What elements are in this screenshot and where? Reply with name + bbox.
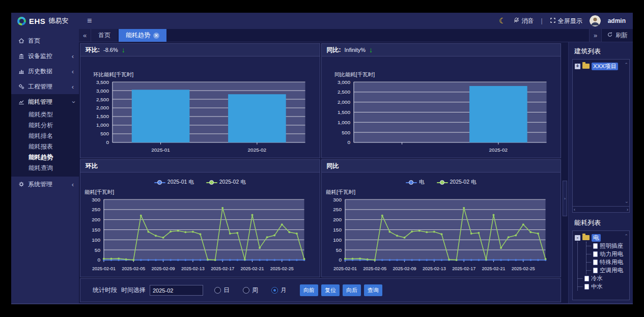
tree-item-空调用电[interactable]: 空调用电 <box>586 266 627 274</box>
username[interactable]: admin <box>608 17 626 24</box>
legend-item-2025-02 电[interactable]: 2025-02 电 <box>437 179 477 186</box>
svg-text:2025-02: 2025-02 <box>489 147 508 153</box>
scroll-up-icon[interactable]: › <box>624 234 629 236</box>
tree-item-照明插座[interactable]: 照明插座 <box>586 242 627 250</box>
svg-text:150: 150 <box>92 227 100 233</box>
control-buttons: 向前复位向后查询 <box>300 284 385 296</box>
tree-item-特殊用电[interactable]: 特殊用电 <box>586 258 627 266</box>
legend-item-2025-02 电[interactable]: 2025-02 电 <box>206 179 246 186</box>
mute-button[interactable]: 消音 <box>513 17 534 25</box>
refresh-button[interactable]: 刷新 <box>601 29 633 42</box>
sidebar-subitem-能耗报表[interactable]: 能耗报表 <box>11 141 79 152</box>
refresh-icon <box>607 32 613 39</box>
tab-close-icon[interactable]: ✕ <box>153 33 159 39</box>
legend-item-2025-01 电[interactable]: 2025-01 电 <box>154 179 194 186</box>
fullscreen-button[interactable]: 全屏显示 <box>550 17 582 25</box>
tongbi-line-title: 同比 <box>327 162 339 170</box>
button-复位[interactable]: 复位 <box>321 284 340 296</box>
building-tree-hscrollbar[interactable]: ‹ › <box>572 207 630 213</box>
time-select-input[interactable] <box>150 285 203 296</box>
file-icon <box>593 243 598 249</box>
scroll-right-icon[interactable]: › <box>627 207 628 212</box>
folder-icon <box>582 235 590 240</box>
legend-marker-icon <box>437 180 448 185</box>
svg-text:0: 0 <box>339 257 342 263</box>
tongbi-summary-value: Infinity% <box>345 47 366 53</box>
svg-text:2025-02-01: 2025-02-01 <box>92 266 116 271</box>
radio-circle-icon[interactable] <box>271 287 278 294</box>
panel-time-controls: 统计时段 时间选择 日周月 向前复位向后查询 <box>80 278 561 302</box>
svg-text:2025-02-09: 2025-02-09 <box>152 266 175 271</box>
energy-tree: › -电照明插座动力用电特殊用电空调用电冷水中水 <box>572 230 630 300</box>
tree-item-label: 特殊用电 <box>600 258 623 266</box>
tree-item-中水[interactable]: 中水 <box>578 282 627 291</box>
app-logo[interactable]: EHS 德易安 <box>11 13 79 29</box>
tabs: 首页能耗趋势✕ <box>91 29 167 42</box>
button-向前[interactable]: 向前 <box>300 284 318 296</box>
sidebar-subitem-能耗查询[interactable]: 能耗查询 <box>11 163 79 174</box>
tree-item-XXX项目[interactable]: +XXX项目 <box>575 62 627 70</box>
huanbi-bar-chart[interactable]: 05001,0001,5002,0002,5003,0003,500环比能耗[千… <box>80 56 320 158</box>
svg-text:0: 0 <box>347 139 350 145</box>
tree-item-冷水[interactable]: 冷水 <box>578 274 627 282</box>
svg-text:3,000: 3,000 <box>337 79 350 85</box>
svg-text:2025-02-05: 2025-02-05 <box>363 266 386 271</box>
button-向后[interactable]: 向后 <box>343 284 361 296</box>
trend-down-icon: ↓ <box>122 46 125 53</box>
svg-text:2025-02-21: 2025-02-21 <box>241 266 264 271</box>
sidebar-item-历史数据[interactable]: 历史数据‹ <box>11 64 79 79</box>
tongbi-line-chart[interactable]: 电2025-02 电050100150200250300能耗[千瓦时]2025-… <box>322 172 561 277</box>
sidebar-item-label: 工程管理 <box>28 82 52 91</box>
chart-legend: 电2025-02 电 <box>322 179 561 186</box>
svg-text:2025-02-17: 2025-02-17 <box>452 266 475 271</box>
logo-text-name: 德易安 <box>48 16 68 25</box>
legend-item-电[interactable]: 电 <box>406 179 425 186</box>
svg-text:2,000: 2,000 <box>337 99 350 105</box>
legend-marker-icon <box>406 180 417 185</box>
sidebar-item-工程管理[interactable]: 工程管理‹ <box>11 79 79 94</box>
svg-text:2,500: 2,500 <box>337 89 350 95</box>
theme-moon-icon[interactable]: ☾ <box>499 16 506 25</box>
tree-expand-icon[interactable]: + <box>575 64 580 69</box>
svg-text:能耗[千瓦时]: 能耗[千瓦时] <box>325 189 355 195</box>
radio-label: 月 <box>281 286 287 295</box>
tab-能耗趋势[interactable]: 能耗趋势✕ <box>119 29 166 42</box>
tab-首页[interactable]: 首页 <box>91 29 118 42</box>
tabs-scroll-left-icon[interactable]: « <box>79 29 91 42</box>
sidebar-item-系统管理[interactable]: 系统管理‹ <box>11 177 79 192</box>
legend-label: 2025-01 电 <box>167 179 194 186</box>
menu-toggle-icon[interactable]: ≡ <box>79 16 100 25</box>
sidebar-subitem-能耗排名[interactable]: 能耗排名 <box>11 131 79 141</box>
svg-text:2025-02-25: 2025-02-25 <box>270 266 294 271</box>
sidebar-subitem-能耗类型[interactable]: 能耗类型 <box>11 109 79 120</box>
system-management-icon <box>18 181 25 188</box>
sidebar-item-能耗管理[interactable]: 能耗管理‹ <box>11 94 79 109</box>
tree-collapse-icon[interactable]: - <box>575 235 580 241</box>
button-查询[interactable]: 查询 <box>364 284 382 296</box>
radio-circle-icon[interactable] <box>214 287 221 294</box>
sidebar-item-首页[interactable]: 首页 <box>11 33 79 48</box>
panel-collapse-handle[interactable]: › <box>563 181 567 216</box>
scroll-up-icon[interactable]: › <box>624 63 629 64</box>
tongbi-bar-chart[interactable]: 05001,0001,5002,0002,5003,000同比能耗[千瓦时]20… <box>322 56 561 158</box>
scroll-down-icon[interactable]: › <box>624 201 629 203</box>
tree-item-电[interactable]: -电 <box>575 234 627 242</box>
radio-周[interactable]: 周 <box>243 286 258 295</box>
huanbi-line-chart[interactable]: 2025-01 电2025-02 电050100150200250300能耗[千… <box>80 172 320 277</box>
building-tree: › › +XXX项目 <box>572 59 630 207</box>
scroll-left-icon[interactable]: ‹ <box>574 207 575 212</box>
sidebar-subitem-能耗趋势[interactable]: 能耗趋势 <box>11 152 79 163</box>
sidebar-subitem-能耗分析[interactable]: 能耗分析 <box>11 120 79 131</box>
radio-circle-icon[interactable] <box>243 287 249 294</box>
tabs-scroll-right-icon[interactable]: » <box>589 29 601 42</box>
svg-text:500: 500 <box>100 131 109 136</box>
trend-down-icon: ↓ <box>369 46 373 53</box>
svg-text:1,000: 1,000 <box>96 122 109 128</box>
avatar[interactable] <box>590 15 601 26</box>
svg-text:2025-02-25: 2025-02-25 <box>511 266 535 271</box>
radio-日[interactable]: 日 <box>214 286 230 295</box>
radio-月[interactable]: 月 <box>271 286 287 295</box>
granularity-radio-group: 日周月 <box>214 286 287 295</box>
tree-item-动力用电[interactable]: 动力用电 <box>586 250 627 258</box>
sidebar-item-设备监控[interactable]: 设备监控‹ <box>11 48 79 64</box>
